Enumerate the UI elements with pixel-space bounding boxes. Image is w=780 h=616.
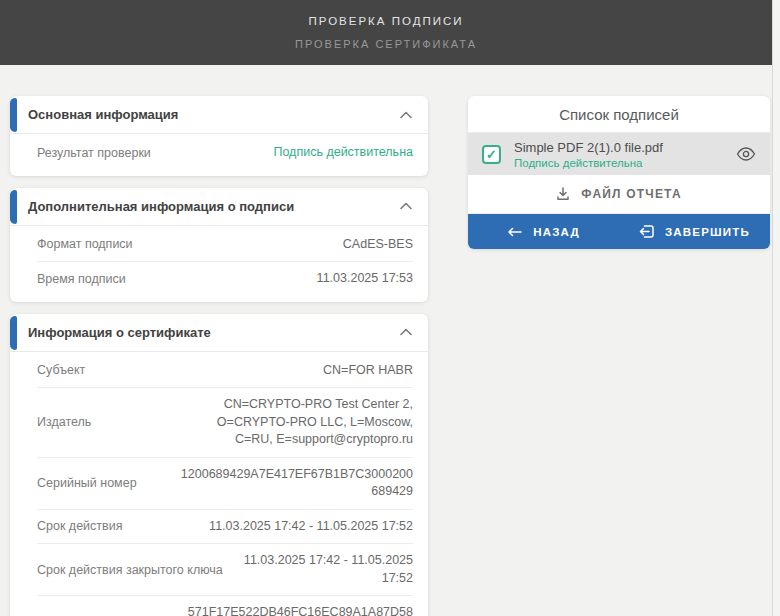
card-title: Информация о сертификате — [28, 325, 400, 340]
row-value: 571F17E522DB46FC16EC89A1A87D58A619E70633 — [187, 604, 413, 616]
details-column: Основная информация Результат проверки П… — [10, 96, 428, 616]
row-value: CAdES-BES — [343, 236, 413, 254]
card-certificate-info-body: Субъект CN=FOR HABR Издатель CN=CRYPTO-P… — [10, 352, 428, 616]
row-label: Результат проверки — [37, 146, 151, 160]
back-button[interactable]: НАЗАД — [468, 214, 619, 249]
card-signature-info-header[interactable]: Дополнительная информация о подписи — [10, 188, 428, 226]
chevron-up-icon[interactable] — [400, 111, 412, 119]
signatures-column: Список подписей ✓ Simple PDF 2(1).0 file… — [468, 96, 770, 249]
row-value: CN=FOR HABR — [323, 362, 413, 380]
page-title: ПРОВЕРКА ПОДПИСИ — [308, 15, 463, 27]
signature-checkbox[interactable]: ✓ — [482, 145, 501, 164]
page-subtitle[interactable]: ПРОВЕРКА СЕРТИФИКАТА — [295, 38, 477, 50]
accent-bar — [10, 190, 17, 224]
row-signature-time: Время подписи 11.03.2025 17:53 — [37, 261, 413, 296]
card-certificate-info-header[interactable]: Информация о сертификате — [10, 314, 428, 352]
scrollbar[interactable] — [772, 0, 780, 616]
exit-icon — [639, 225, 654, 238]
row-label: Срок действия — [37, 519, 122, 533]
chevron-up-icon[interactable] — [400, 202, 412, 210]
row-label: Субъект — [37, 363, 85, 377]
card-title: Основная информация — [28, 107, 400, 122]
card-basic-info: Основная информация Результат проверки П… — [10, 96, 428, 176]
row-label: Издатель — [37, 415, 91, 429]
row-thumbprint: Отпечаток сертификата 571F17E522DB46FC16… — [37, 595, 413, 616]
row-value: CN=CRYPTO-PRO Test Center 2, O=CRYPTO-PR… — [176, 396, 413, 449]
finish-button-label: ЗАВЕРШИТЬ — [665, 226, 750, 238]
row-label: Время подписи — [37, 272, 126, 286]
row-subject: Субъект CN=FOR HABR — [37, 354, 413, 388]
back-button-label: НАЗАД — [533, 226, 580, 238]
app-header: ПРОВЕРКА ПОДПИСИ ПРОВЕРКА СЕРТИФИКАТА — [0, 0, 772, 65]
row-signature-format: Формат подписи CAdES-BES — [37, 228, 413, 262]
signature-filename: Simple PDF 2(1).0 file.pdf — [514, 140, 723, 155]
signature-status: Подпись действительна — [514, 157, 723, 169]
row-value: 11.03.2025 17:42 - 11.05.2025 17:52 — [235, 552, 413, 587]
status-value: Подпись действительна — [273, 144, 413, 162]
row-private-key-validity: Срок действия закрытого ключа 11.03.2025… — [37, 543, 413, 595]
card-title: Дополнительная информация о подписи — [28, 199, 400, 214]
arrow-left-icon — [507, 227, 522, 237]
row-validity-period: Срок действия 11.03.2025 17:42 - 11.05.2… — [37, 509, 413, 544]
row-label: Формат подписи — [37, 237, 133, 251]
signatures-panel: Список подписей ✓ Simple PDF 2(1).0 file… — [468, 96, 770, 249]
row-check-result: Результат проверки Подпись действительна — [37, 136, 413, 170]
chevron-up-icon[interactable] — [400, 328, 412, 336]
row-value: 11.03.2025 17:42 - 11.05.2025 17:52 — [209, 518, 413, 536]
accent-bar — [10, 98, 17, 132]
accent-bar — [10, 316, 17, 350]
finish-button[interactable]: ЗАВЕРШИТЬ — [619, 214, 770, 249]
row-value: 1200689429A7E417EF67B1B7C3000200689429 — [176, 466, 413, 501]
panel-footer: НАЗАД ЗАВЕРШИТЬ — [468, 214, 770, 249]
signature-item-text: Simple PDF 2(1).0 file.pdf Подпись дейст… — [514, 140, 723, 169]
eye-icon — [736, 147, 756, 161]
card-signature-info: Дополнительная информация о подписи Форм… — [10, 188, 428, 302]
content-area: Основная информация Результат проверки П… — [0, 65, 780, 616]
row-issuer: Издатель CN=CRYPTO-PRO Test Center 2, O=… — [37, 387, 413, 457]
view-signature-button[interactable] — [736, 147, 756, 161]
signature-list-item[interactable]: ✓ Simple PDF 2(1).0 file.pdf Подпись дей… — [468, 133, 770, 175]
report-file-label: ФАЙЛ ОТЧЕТА — [581, 187, 682, 201]
download-icon — [556, 187, 570, 201]
checkmark-icon: ✓ — [486, 148, 497, 161]
row-serial-number: Серийный номер 1200689429A7E417EF67B1B7C… — [37, 457, 413, 509]
card-basic-info-body: Результат проверки Подпись действительна — [10, 134, 428, 176]
row-value: 11.03.2025 17:53 — [317, 270, 413, 288]
card-basic-info-header[interactable]: Основная информация — [10, 96, 428, 134]
report-file-button[interactable]: ФАЙЛ ОТЧЕТА — [468, 175, 770, 214]
row-label: Срок действия закрытого ключа — [37, 563, 223, 577]
card-certificate-info: Информация о сертификате Субъект CN=FOR … — [10, 314, 428, 616]
row-label: Серийный номер — [37, 476, 137, 490]
card-signature-info-body: Формат подписи CAdES-BES Время подписи 1… — [10, 226, 428, 302]
signatures-panel-title: Список подписей — [468, 96, 770, 133]
